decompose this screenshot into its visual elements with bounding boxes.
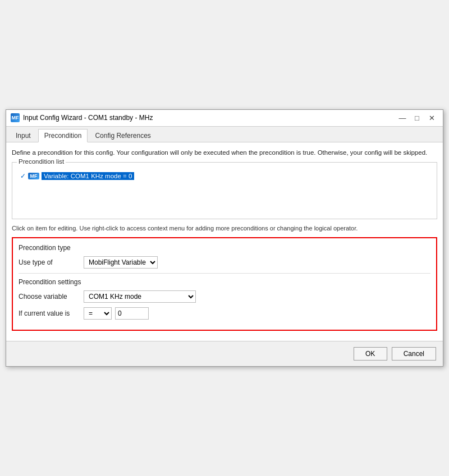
precondition-settings-section: Precondition settings Choose variable CO… xyxy=(19,278,430,320)
use-type-label: Use type of xyxy=(19,258,80,266)
mf-badge: MF xyxy=(28,173,39,179)
if-current-value-row: If current value is = != > < >= <= xyxy=(19,307,430,320)
if-current-value-label: If current value is xyxy=(19,309,80,317)
window-title: Input Config Wizard - COM1 standby - MHz xyxy=(23,114,153,122)
divider xyxy=(19,273,430,274)
value-input[interactable] xyxy=(115,307,149,320)
main-content: Define a precondition for this config. Y… xyxy=(6,142,443,341)
ok-button[interactable]: OK xyxy=(354,347,387,361)
cancel-button[interactable]: Cancel xyxy=(392,347,436,361)
item-label: Variable: COM1 KHz mode = 0 xyxy=(42,172,134,180)
use-type-select[interactable]: MobiFlight Variable FSUIPC Offset SimCon… xyxy=(84,256,158,269)
use-type-row: Use type of MobiFlight Variable FSUIPC O… xyxy=(19,256,430,269)
tab-bar: Input Precondition Config References xyxy=(6,127,443,142)
main-window: MF Input Config Wizard - COM1 standby - … xyxy=(6,109,443,367)
choose-variable-row: Choose variable COM1 KHz mode COM2 KHz m… xyxy=(19,290,430,303)
precondition-type-label: Precondition type xyxy=(19,244,430,252)
tab-config-references[interactable]: Config References xyxy=(89,129,157,142)
choose-variable-select[interactable]: COM1 KHz mode COM2 KHz mode xyxy=(84,290,196,303)
precondition-list-title: Precondition list xyxy=(17,158,66,165)
precondition-config-box: Precondition type Use type of MobiFlight… xyxy=(12,237,437,331)
maximize-button[interactable]: □ xyxy=(410,112,424,123)
operator-select[interactable]: = != > < >= <= xyxy=(84,307,112,320)
window-controls: — □ ✕ xyxy=(396,112,438,123)
title-bar: MF Input Config Wizard - COM1 standby - … xyxy=(6,110,443,127)
precondition-list-group: Precondition list ✓ MF Variable: COM1 KH… xyxy=(12,162,437,219)
precondition-type-section: Precondition type Use type of MobiFlight… xyxy=(19,244,430,269)
check-icon: ✓ xyxy=(20,172,26,180)
precondition-list: ✓ MF Variable: COM1 KHz mode = 0 xyxy=(17,169,432,214)
precondition-settings-label: Precondition settings xyxy=(19,278,430,286)
title-bar-left: MF Input Config Wizard - COM1 standby - … xyxy=(11,113,153,122)
choose-variable-label: Choose variable xyxy=(19,293,80,301)
minimize-button[interactable]: — xyxy=(396,112,409,123)
tab-precondition[interactable]: Precondition xyxy=(38,129,88,142)
close-button[interactable]: ✕ xyxy=(425,112,438,123)
app-icon: MF xyxy=(11,113,20,122)
list-item[interactable]: ✓ MF Variable: COM1 KHz mode = 0 xyxy=(19,172,430,181)
footer: OK Cancel xyxy=(6,341,443,366)
hint-text: Click on item for editing. Use right-cli… xyxy=(12,225,437,232)
description-text: Define a precondition for this config. Y… xyxy=(12,148,437,158)
tab-input[interactable]: Input xyxy=(10,129,37,142)
